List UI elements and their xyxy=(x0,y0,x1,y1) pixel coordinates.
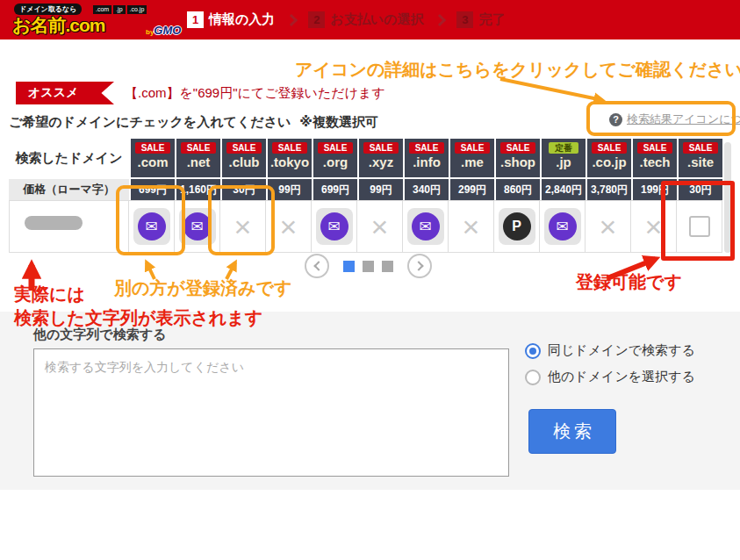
registered-mail-icon: ✉ xyxy=(316,208,353,245)
step-label: 完了 xyxy=(478,11,505,28)
result-icon-about-link[interactable]: ? 検索結果アイコンについて xyxy=(609,111,740,127)
price-cell: 99円 xyxy=(357,177,403,200)
tld-label: .tokyo xyxy=(270,154,309,170)
logo-brand: お名前.com xyxy=(12,13,105,38)
recommend-text: 【.com】を"699円"にてご登録いただけます xyxy=(125,85,385,102)
page-dot-2[interactable] xyxy=(363,261,374,272)
domain-tab: SALE.tech xyxy=(631,139,677,177)
search-input[interactable] xyxy=(33,348,509,477)
price-cell: 699円 xyxy=(312,177,357,200)
radio-button-icon[interactable] xyxy=(525,343,541,359)
logo-chip-jp: .jp xyxy=(113,5,125,14)
recommend-badge: オススメ xyxy=(16,82,114,104)
unavailable-x-icon: × xyxy=(645,212,663,241)
help-question-icon[interactable]: ? xyxy=(609,113,622,126)
tld-label: .jp xyxy=(556,154,571,170)
domain-checkbox[interactable] xyxy=(689,216,710,237)
step-chevron-icon xyxy=(285,13,298,25)
status-cell: ✉ xyxy=(129,200,175,253)
domain-column-xyz: SALE.xyz99円× xyxy=(357,139,403,253)
logo-chip-cojp: .co.jp xyxy=(127,5,147,14)
tld-label: .org xyxy=(323,154,348,170)
annotation-available-text: 登録可能です xyxy=(576,270,682,294)
onamae-logo[interactable]: ドメイン取るなら .com .jp .co.jp お名前.com byGMO xyxy=(12,3,197,38)
standard-badge: 定番 xyxy=(549,142,578,154)
annotation-actual-line2: 検索した文字列が表示されます xyxy=(14,306,262,330)
domain-tab: 定番.jp xyxy=(540,139,586,177)
tld-label: .me xyxy=(461,154,484,170)
step-3: 3完了 xyxy=(456,11,505,28)
mail-glyph: ✉ xyxy=(412,212,440,241)
logo-by-word: by xyxy=(146,28,154,36)
site-header: ドメイン取るなら .com .jp .co.jp お名前.com byGMO 1… xyxy=(0,0,740,39)
radio-button-icon[interactable] xyxy=(525,370,541,385)
arrow-to-result-link xyxy=(500,79,602,100)
annotation-icon-detail: アイコンの詳細はこちらをクリックしてご確認ください xyxy=(295,58,740,82)
sale-badge: SALE xyxy=(226,142,262,154)
step-number: 2 xyxy=(308,11,325,28)
search-radio-group: 同じドメインで検索する 他のドメインを選択する xyxy=(525,342,695,385)
price-cell: 30円 xyxy=(220,177,266,200)
domain-column-info: SALE.info340円✉ xyxy=(403,139,449,253)
domain-tab: SALE.shop xyxy=(494,139,540,177)
unavailable-x-icon: × xyxy=(280,212,298,241)
step-2: 2お支払いの選択 xyxy=(308,11,423,28)
pagination-prev-button[interactable] xyxy=(305,254,329,278)
domain-column-org: SALE.org699円✉ xyxy=(312,139,357,253)
radio-other-domain[interactable]: 他のドメインを選択する xyxy=(525,369,695,385)
tld-label: .tech xyxy=(639,154,670,170)
mail-glyph: ✉ xyxy=(320,212,348,241)
search-button[interactable]: 検索 xyxy=(528,409,616,454)
step-number: 1 xyxy=(187,11,204,28)
price-cell: 860円 xyxy=(494,177,540,200)
status-cell: ✉ xyxy=(403,200,449,253)
domain-column-me: SALE.me299円× xyxy=(449,139,494,253)
pagination-next-button[interactable] xyxy=(407,254,432,278)
domain-table: 検索したドメイン 価格（ローマ字） SALE.com699円✉SALE.net1… xyxy=(9,139,722,253)
status-cell: × xyxy=(220,200,266,253)
step-chevron-icon xyxy=(434,13,446,25)
domain-column-club: SALE.club30円× xyxy=(220,139,266,253)
radio-same-domain-label: 同じドメインで検索する xyxy=(548,342,695,359)
instruction-main: ご希望のドメインにチェックを入れてください xyxy=(9,114,291,129)
sale-badge: SALE xyxy=(272,142,308,154)
registered-mail-icon: ✉ xyxy=(133,208,170,245)
searched-string-pill xyxy=(25,216,83,230)
tld-label: .info xyxy=(413,154,441,170)
annotation-actual-line1: 実際には xyxy=(14,283,85,306)
unavailable-x-icon: × xyxy=(234,212,252,241)
tld-label: .co.jp xyxy=(592,154,626,170)
domain-column-cojp: SALE.co.jp3,780円× xyxy=(586,139,631,253)
domain-tab: SALE.xyz xyxy=(357,139,403,177)
registered-mail-icon: ✉ xyxy=(179,208,216,245)
step-label: お支払いの選択 xyxy=(330,11,423,28)
radio-same-domain[interactable]: 同じドメインで検索する xyxy=(525,342,695,359)
domain-tab: SALE.site xyxy=(677,139,722,177)
mail-glyph: ✉ xyxy=(183,212,212,241)
price-cell: 3,780円 xyxy=(586,177,631,200)
status-cell: P xyxy=(494,200,540,253)
domain-tab: SALE.me xyxy=(449,139,494,177)
registered-mail-icon: ✉ xyxy=(407,208,444,245)
page-dot-3[interactable] xyxy=(382,261,393,272)
page: ドメイン取るなら .com .jp .co.jp お名前.com byGMO 1… xyxy=(0,0,740,560)
unavailable-x-icon: × xyxy=(371,212,389,241)
domain-column-tokyo: SALE.tokyo99円× xyxy=(266,139,312,253)
sale-badge: SALE xyxy=(500,142,536,154)
status-cell: × xyxy=(631,200,677,253)
status-cell: ✉ xyxy=(540,200,586,253)
instruction-note: ※複数選択可 xyxy=(299,114,378,129)
chevron-right-icon xyxy=(413,261,423,270)
price-row-header: 価格（ローマ字） xyxy=(9,177,129,200)
tld-label: .xyz xyxy=(369,154,393,170)
price-cell: 30円 xyxy=(677,177,722,200)
domain-column-jp: 定番.jp2,840円✉ xyxy=(540,139,586,253)
page-dot-1[interactable] xyxy=(343,261,355,272)
domain-tab: SALE.co.jp xyxy=(586,139,631,177)
table-scrollbar[interactable] xyxy=(724,142,731,253)
domain-column-shop: SALE.shop860円P xyxy=(494,139,540,253)
mail-glyph: ✉ xyxy=(549,212,577,241)
unavailable-x-icon: × xyxy=(600,212,617,241)
searched-domain-header: 検索したドメイン xyxy=(9,139,129,177)
checkout-steps: 1情報の入力2お支払いの選択3完了 xyxy=(187,0,505,39)
